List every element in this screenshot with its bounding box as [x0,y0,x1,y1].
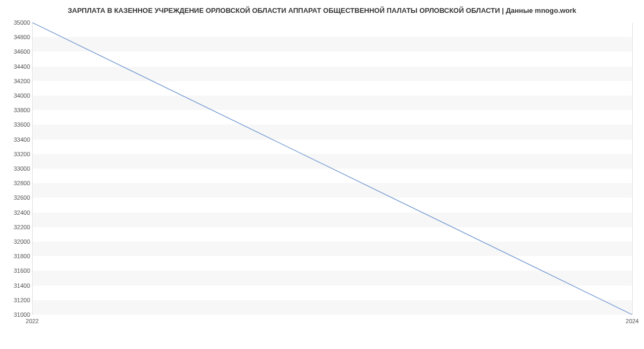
y-tick-label: 35000 [13,19,30,26]
y-tick-label: 34800 [13,34,30,40]
y-tick-label: 31000 [13,311,30,318]
y-tick-label: 32400 [13,209,30,216]
y-tick-label: 31400 [13,282,30,289]
x-tick-label: 2022 [26,318,39,324]
y-tick-label: 31800 [13,253,30,259]
y-tick-label: 32000 [13,238,30,245]
y-tick-label: 34000 [13,92,30,99]
y-tick-label: 32200 [13,224,30,230]
y-tick-label: 34200 [13,78,30,84]
data-line [32,23,632,315]
y-tick-label: 33000 [13,165,30,172]
y-tick-label: 34600 [13,48,30,55]
y-tick-label: 32600 [13,194,30,201]
y-tick-label: 33200 [13,151,30,157]
chart-container: ЗАРПЛАТА В КАЗЕННОЕ УЧРЕЖДЕНИЕ ОРЛОВСКОЙ… [0,0,644,333]
chart-title: ЗАРПЛАТА В КАЗЕННОЕ УЧРЕЖДЕНИЕ ОРЛОВСКОЙ… [0,0,644,19]
y-tick-label: 32800 [13,180,30,186]
plot-area [32,23,632,315]
y-tick-label: 34400 [13,63,30,70]
y-tick-label: 31600 [13,267,30,274]
x-tick-label: 2024 [626,318,639,324]
y-tick-label: 33800 [13,107,30,113]
y-tick-label: 33400 [13,136,30,143]
y-tick-label: 31200 [13,297,30,303]
grid-line-x [632,23,633,315]
chart-line-svg [32,23,632,315]
y-tick-label: 33600 [13,121,30,128]
